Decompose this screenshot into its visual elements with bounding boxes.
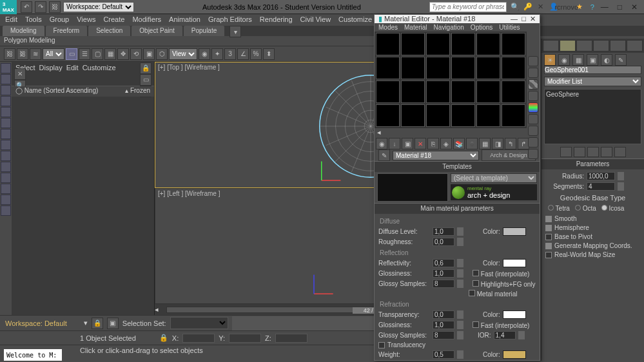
- menu-create[interactable]: Create: [103, 15, 124, 24]
- show-end-icon[interactable]: ◨: [492, 138, 503, 149]
- menu-edit[interactable]: Edit: [5, 15, 17, 24]
- z-field[interactable]: [275, 334, 307, 343]
- mat-slot[interactable]: [476, 104, 500, 127]
- lt-11[interactable]: [1, 173, 11, 183]
- refl-samp[interactable]: 8: [433, 280, 454, 288]
- window-crossing-icon[interactable]: ▦: [104, 48, 116, 60]
- help-icon[interactable]: ?: [588, 3, 597, 12]
- minimize-button[interactable]: —: [601, 3, 609, 12]
- preview-icon[interactable]: [528, 114, 538, 124]
- vp-left-label[interactable]: [+] [Left ] [Wireframe ]: [158, 190, 220, 197]
- menu-tools[interactable]: Tools: [25, 15, 42, 24]
- lt-5[interactable]: [1, 107, 11, 117]
- mat-slot[interactable]: [451, 81, 475, 103]
- show-end-icon[interactable]: [574, 147, 585, 157]
- mat-options[interactable]: Options: [471, 24, 493, 31]
- main-params-header[interactable]: Main material parameters: [375, 204, 540, 214]
- mat-name-select[interactable]: Material #18: [393, 151, 479, 160]
- remove-icon[interactable]: [601, 147, 612, 157]
- put-to-scene-icon[interactable]: ↓: [389, 138, 400, 149]
- move-icon[interactable]: ✥: [117, 48, 129, 60]
- link-icon[interactable]: ⛓: [49, 1, 61, 13]
- mat-close-icon[interactable]: ✕: [530, 15, 536, 23]
- maxscript-listener[interactable]: Welcome to M:: [4, 349, 62, 361]
- copy-icon[interactable]: ⎘: [427, 138, 439, 149]
- metal-check[interactable]: [469, 290, 475, 296]
- undo-icon[interactable]: ↶: [21, 1, 32, 13]
- mat-slot[interactable]: [376, 81, 400, 103]
- spinner-snap-icon[interactable]: ⬍: [263, 48, 275, 60]
- mat-slot[interactable]: [426, 104, 450, 127]
- mat-slot[interactable]: [451, 57, 475, 79]
- mat-slot[interactable]: [401, 104, 425, 127]
- lt-3[interactable]: [1, 85, 11, 95]
- spinner-icon[interactable]: [618, 172, 624, 180]
- mat-slot[interactable]: [502, 33, 525, 55]
- display-tab-icon[interactable]: [610, 40, 626, 52]
- options-icon[interactable]: [528, 126, 538, 136]
- selset-icon[interactable]: ▣: [107, 318, 119, 329]
- spinner-icon[interactable]: [618, 182, 624, 191]
- rect-region-icon[interactable]: ▢: [92, 48, 103, 60]
- mat-slot[interactable]: [451, 33, 475, 55]
- tab-selection[interactable]: Selection: [88, 26, 130, 36]
- refr-fast-check[interactable]: [473, 321, 479, 328]
- modifier-list[interactable]: Modifier List: [544, 77, 641, 86]
- menu-views[interactable]: Views: [77, 15, 95, 24]
- smooth-check[interactable]: [545, 216, 552, 222]
- pin-stack-icon[interactable]: [560, 147, 572, 157]
- assign-icon[interactable]: ▣: [402, 138, 413, 149]
- mat-slot[interactable]: [426, 33, 450, 55]
- mat-slot[interactable]: [376, 33, 400, 55]
- unlink-icon[interactable]: ⛓̸: [17, 48, 28, 60]
- mat-modes[interactable]: Modes: [378, 24, 398, 31]
- make-unique-icon[interactable]: ◈: [440, 138, 452, 149]
- get-material-icon[interactable]: ◉: [376, 138, 387, 149]
- lt-14[interactable]: [1, 205, 11, 216]
- trans-check[interactable]: [378, 342, 385, 348]
- modify-tab-icon[interactable]: [560, 40, 576, 52]
- spinner-icon[interactable]: [457, 238, 463, 246]
- create-tab-icon[interactable]: [543, 40, 559, 52]
- octa-radio[interactable]: [575, 205, 581, 211]
- tab-populate[interactable]: Populate: [184, 26, 224, 36]
- refr-samp[interactable]: 8: [433, 331, 454, 339]
- spinner-icon[interactable]: [457, 310, 463, 319]
- select-name-icon[interactable]: ☰: [79, 48, 90, 60]
- spinner-icon[interactable]: [457, 269, 463, 278]
- go-parent-icon[interactable]: ↰: [505, 138, 516, 149]
- selection-filter[interactable]: All: [43, 48, 64, 60]
- config-icon[interactable]: [614, 147, 626, 157]
- mat-material[interactable]: Material: [404, 24, 427, 31]
- video-check-icon[interactable]: [528, 102, 538, 113]
- bind-icon[interactable]: ≋: [30, 48, 41, 60]
- spinner-icon[interactable]: [518, 331, 525, 339]
- motion-tab-icon[interactable]: [593, 40, 609, 52]
- se-edit[interactable]: Edit: [66, 64, 79, 71]
- transparency[interactable]: 0,0: [433, 310, 454, 319]
- hl-check[interactable]: [473, 280, 479, 287]
- angle-snap-icon[interactable]: ∠: [237, 48, 249, 60]
- mat-utilities[interactable]: Utilities: [499, 24, 520, 31]
- spinner-icon[interactable]: [457, 321, 463, 329]
- spinner-icon[interactable]: [457, 280, 463, 288]
- refr-gloss[interactable]: 1,0: [433, 321, 454, 329]
- stack-item[interactable]: GeoSphere: [546, 91, 639, 98]
- y-field[interactable]: [229, 334, 261, 343]
- tab-freeform[interactable]: Freeform: [46, 26, 88, 36]
- reset-icon[interactable]: ✕: [415, 138, 426, 149]
- mat-scroll-l[interactable]: ◂: [377, 128, 381, 137]
- menu-customize[interactable]: Customize: [338, 15, 372, 24]
- fav-icon[interactable]: ★: [575, 3, 584, 12]
- lt-6[interactable]: [1, 118, 11, 128]
- mat-min-icon[interactable]: —: [511, 15, 518, 23]
- icosa-radio[interactable]: [601, 205, 607, 211]
- put-lib-icon[interactable]: 📚: [453, 138, 465, 149]
- se-view-icon[interactable]: ▭: [140, 74, 151, 86]
- scene-list[interactable]: [12, 97, 154, 315]
- pick-icon[interactable]: ✎: [378, 149, 390, 161]
- vp-top-label[interactable]: [+] [Top ] [Wireframe ]: [158, 64, 220, 71]
- tab-modeling[interactable]: Modeling: [3, 26, 44, 36]
- menu-grapheditors[interactable]: Graph Editors: [208, 15, 252, 24]
- mat-slot[interactable]: [401, 81, 425, 103]
